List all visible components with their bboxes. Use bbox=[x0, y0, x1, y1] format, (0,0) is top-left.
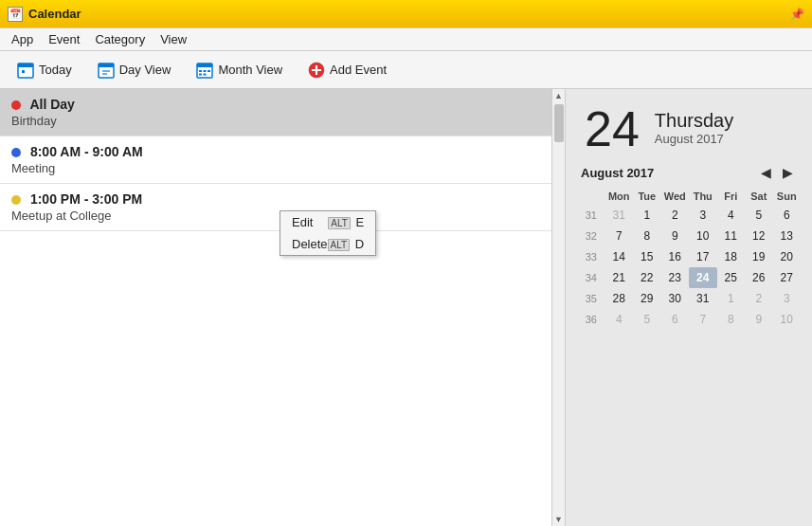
event-meetup-time: 1:00 PM - 3:00 PM bbox=[11, 191, 553, 207]
cal-day-3-6[interactable]: 27 bbox=[773, 267, 802, 288]
scroll-up-arrow[interactable]: ▲ bbox=[552, 89, 566, 102]
menu-category[interactable]: Category bbox=[87, 30, 153, 48]
cal-day-5-1: 5 bbox=[633, 309, 661, 330]
cal-day-3-5[interactable]: 26 bbox=[745, 267, 773, 288]
cal-day-4-4: 1 bbox=[717, 288, 746, 309]
menu-app[interactable]: App bbox=[4, 30, 41, 48]
cal-day-2-2[interactable]: 16 bbox=[661, 246, 690, 267]
cal-day-2-3[interactable]: 17 bbox=[689, 246, 717, 267]
svg-rect-2 bbox=[22, 70, 25, 73]
menu-view[interactable]: View bbox=[153, 30, 194, 48]
svg-rect-4 bbox=[99, 63, 114, 67]
context-menu-edit[interactable]: Edit ALT E bbox=[280, 211, 375, 233]
cal-day-4-3[interactable]: 31 bbox=[689, 288, 717, 309]
cal-day-0-4[interactable]: 4 bbox=[717, 205, 746, 226]
day-view-button[interactable]: Day View bbox=[86, 56, 182, 84]
cal-day-3-3[interactable]: 24 bbox=[689, 267, 717, 288]
month-view-button[interactable]: Month View bbox=[185, 56, 293, 84]
cal-day-1-1[interactable]: 8 bbox=[633, 226, 661, 246]
col-sun: Sun bbox=[773, 188, 802, 205]
cal-day-2-6[interactable]: 20 bbox=[773, 246, 802, 267]
day-view-icon bbox=[97, 61, 116, 80]
cal-day-1-6[interactable]: 13 bbox=[773, 226, 802, 246]
event-meeting-title: Meeting bbox=[11, 161, 553, 175]
alt-tag-delete: ALT bbox=[328, 239, 351, 251]
col-wed: Wed bbox=[661, 188, 690, 205]
menu-event[interactable]: Event bbox=[41, 30, 87, 48]
add-event-button[interactable]: Add Event bbox=[297, 56, 397, 84]
main-layout: All Day Birthday 8:00 AM - 9:00 AM Meeti… bbox=[0, 89, 812, 526]
cal-day-4-5: 2 bbox=[745, 288, 773, 309]
event-allday-time: All Day bbox=[11, 97, 553, 112]
app-icon: 📅 bbox=[8, 7, 23, 22]
event-allday-dot bbox=[11, 100, 21, 110]
cal-day-4-2[interactable]: 30 bbox=[661, 288, 690, 309]
event-allday[interactable]: All Day Birthday bbox=[0, 89, 565, 136]
cal-day-0-2[interactable]: 2 bbox=[661, 205, 690, 226]
context-menu-delete-label: Delete bbox=[292, 237, 328, 251]
mini-calendar: August 2017 ◀ ▶ Mon Tue Wed Thu Fri Sat bbox=[566, 165, 812, 341]
event-meeting-dot bbox=[11, 148, 21, 157]
scroll-down-arrow[interactable]: ▼ bbox=[552, 513, 566, 526]
week-num-0: 31 bbox=[577, 205, 605, 226]
cal-day-3-2[interactable]: 23 bbox=[661, 267, 690, 288]
right-panel: 24 Thursday August 2017 August 2017 ◀ ▶ … bbox=[566, 89, 812, 526]
date-header: 24 Thursday August 2017 bbox=[566, 89, 812, 165]
month-view-label: Month View bbox=[218, 63, 282, 77]
context-menu-delete-shortcut: ALT D bbox=[328, 237, 365, 251]
date-month-year: August 2017 bbox=[655, 132, 733, 146]
pin-icon[interactable]: 📌 bbox=[789, 7, 804, 22]
cal-day-1-2[interactable]: 9 bbox=[661, 226, 690, 246]
mini-cal-prev[interactable]: ◀ bbox=[757, 165, 775, 180]
cal-day-0-3[interactable]: 3 bbox=[689, 205, 717, 226]
menu-bar: App Event Category View bbox=[0, 28, 812, 51]
context-menu: Edit ALT E Delete ALT D bbox=[280, 210, 376, 256]
cal-day-1-5[interactable]: 12 bbox=[745, 226, 773, 246]
cal-day-1-4[interactable]: 11 bbox=[717, 226, 746, 246]
week-num-4: 35 bbox=[577, 288, 605, 309]
col-thu: Thu bbox=[689, 188, 717, 205]
mini-cal-next[interactable]: ▶ bbox=[779, 165, 797, 180]
cal-day-3-1[interactable]: 22 bbox=[633, 267, 661, 288]
cal-day-0-1[interactable]: 1 bbox=[633, 205, 661, 226]
add-event-label: Add Event bbox=[330, 63, 387, 77]
svg-rect-11 bbox=[208, 70, 210, 72]
context-menu-edit-shortcut: ALT E bbox=[328, 215, 364, 229]
week-num-header bbox=[577, 188, 605, 205]
month-view-icon bbox=[195, 61, 214, 80]
mini-cal-header: August 2017 ◀ ▶ bbox=[577, 165, 801, 180]
cal-day-1-0[interactable]: 7 bbox=[605, 226, 634, 246]
cal-day-4-0[interactable]: 28 bbox=[605, 288, 634, 309]
toolbar: Today Day View Month View bbox=[0, 51, 812, 89]
today-button[interactable]: Today bbox=[6, 56, 82, 84]
today-icon bbox=[16, 61, 35, 80]
cal-day-2-1[interactable]: 15 bbox=[633, 246, 661, 267]
cal-day-4-1[interactable]: 29 bbox=[633, 288, 661, 309]
cal-day-0-5[interactable]: 5 bbox=[745, 205, 773, 226]
left-panel: All Day Birthday 8:00 AM - 9:00 AM Meeti… bbox=[0, 89, 566, 526]
add-event-icon bbox=[307, 61, 326, 80]
cal-day-3-0[interactable]: 21 bbox=[605, 267, 634, 288]
title-bar: 📅 Calendar 📌 bbox=[0, 0, 812, 28]
svg-rect-12 bbox=[199, 73, 202, 75]
week-num-3: 34 bbox=[577, 267, 605, 288]
alt-tag-edit: ALT bbox=[328, 217, 351, 229]
cal-day-2-0[interactable]: 14 bbox=[605, 246, 634, 267]
scroll-thumb[interactable] bbox=[554, 104, 564, 142]
cal-day-2-5[interactable]: 19 bbox=[745, 246, 773, 267]
date-weekday: Thursday bbox=[655, 110, 733, 132]
today-label: Today bbox=[39, 63, 72, 77]
event-meeting[interactable]: 8:00 AM - 9:00 AM Meeting bbox=[0, 136, 565, 184]
cal-day-3-4[interactable]: 25 bbox=[717, 267, 746, 288]
cal-day-2-4[interactable]: 18 bbox=[717, 246, 746, 267]
context-menu-delete[interactable]: Delete ALT D bbox=[280, 233, 375, 255]
cal-day-1-3[interactable]: 10 bbox=[689, 226, 717, 246]
event-list: All Day Birthday 8:00 AM - 9:00 AM Meeti… bbox=[0, 89, 565, 526]
date-info: Thursday August 2017 bbox=[655, 104, 733, 146]
col-fri: Fri bbox=[717, 188, 746, 205]
cal-day-0-6[interactable]: 6 bbox=[773, 205, 802, 226]
scrollbar: ▲ ▼ bbox=[551, 89, 565, 526]
svg-rect-8 bbox=[197, 63, 212, 67]
cal-day-5-4: 8 bbox=[717, 309, 746, 330]
col-sat: Sat bbox=[745, 188, 773, 205]
